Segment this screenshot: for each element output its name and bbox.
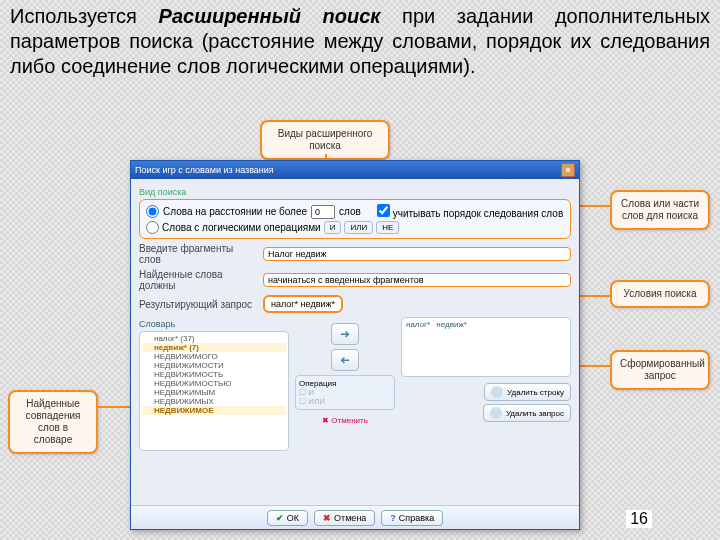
arrow-left-icon: ➜ [340,353,350,367]
op-or-disabled: ☐ ИЛИ [299,397,391,406]
query-tag[interactable]: недвиж* [434,320,469,329]
order-checkbox-wrap: учитывать порядок следования слов [377,204,563,219]
list-item[interactable]: недвиж* (7) [142,343,286,352]
help-label: Справка [399,513,434,523]
fragments-label: Введите фрагменты слов [139,243,257,265]
dialog-footer: ✔ОК ✖Отмена ?Справка [131,505,579,529]
query-tag[interactable]: налог* [404,320,432,329]
dictionary-header: Словарь [139,319,289,329]
list-item[interactable]: налог* (37) [142,334,286,343]
lower-panel: Словарь налог* (37) недвиж* (7) НЕДВИЖИМ… [139,317,571,451]
cancel-label: Отмена [334,513,366,523]
x-icon: ✖ [323,513,331,523]
order-checkbox-label: учитывать порядок следования слов [393,208,564,219]
remove-word-button[interactable]: ➜ [331,349,359,371]
middle-column: ➜ ➜ Операция ☐ И ☐ ИЛИ ✖ Отменить [295,317,395,451]
arrow-right-icon: ➜ [340,327,350,341]
cancel-link[interactable]: ✖ Отменить [322,416,368,425]
radio-logic-label: Слова с логическими операциями [162,222,321,233]
op-and-disabled: ☐ И [299,388,391,397]
radio-logic[interactable] [146,221,159,234]
ok-label: ОК [287,513,299,523]
fragments-input[interactable]: Налог недвиж [263,247,571,261]
callout-search-conditions: Условия поиска [610,280,710,308]
question-icon: ? [390,513,396,523]
diagram-stage: Виды расширенного поиска Найденные совпа… [0,120,720,540]
search-type-group: Слова на расстоянии не более слов учитыв… [139,199,571,239]
delete-row-label: Удалить строку [507,388,564,397]
result-query-value: налог* недвиж* [263,295,343,313]
dialog-title: Поиск игр с словами из названия [135,165,274,175]
close-icon[interactable]: × [561,163,575,177]
radio-distance-label: Слова на расстоянии не более [163,206,307,217]
operation-header: Операция [299,379,391,388]
fragments-row: Введите фрагменты слов Налог недвиж [139,243,571,265]
add-word-button[interactable]: ➜ [331,323,359,345]
dialog-body: Вид поиска Слова на расстоянии не более … [131,179,579,457]
check-icon: ✔ [276,513,284,523]
titlebar: Поиск игр с словами из названия × [131,161,579,179]
list-item[interactable]: НЕДВИЖИМОГО [142,352,286,361]
desc-b: Расширенный поиск [159,5,381,27]
radio-distance[interactable] [146,205,159,218]
logic-option-row: Слова с логическими операциями И ИЛИ НЕ [146,221,564,234]
desc-a: Используется [10,5,137,27]
description-text: Используется Расширенный поиск при задан… [0,0,720,87]
result-query-label: Результирующий запрос [139,299,257,310]
search-type-label: Вид поиска [139,187,571,197]
op-and-button[interactable]: И [324,221,342,234]
delete-buttons: Удалить строку Удалить запрос [401,383,571,422]
list-item[interactable]: НЕДВИЖИМОСТЬЮ [142,379,286,388]
found-words-label: Найденные слова должны [139,269,257,291]
list-item[interactable]: НЕДВИЖИМЫХ [142,397,286,406]
delete-row-button[interactable]: Удалить строку [484,383,571,401]
order-checkbox[interactable] [377,204,390,217]
cancel-button[interactable]: ✖Отмена [314,510,375,526]
found-words-row: Найденные слова должны начинаться с введ… [139,269,571,291]
callout-search-words: Слова или части слов для поиска [610,190,710,230]
op-or-button[interactable]: ИЛИ [344,221,373,234]
trash-icon [491,386,503,398]
dictionary-column: Словарь налог* (37) недвиж* (7) НЕДВИЖИМ… [139,317,289,451]
trash-icon [490,407,502,419]
delete-query-label: Удалить запрос [506,409,564,418]
delete-query-button[interactable]: Удалить запрос [483,404,571,422]
distance-input[interactable] [311,205,335,219]
help-button[interactable]: ?Справка [381,510,443,526]
list-item[interactable]: НЕДВИЖИМЫМ [142,388,286,397]
result-query-row: Результирующий запрос налог* недвиж* [139,295,571,313]
found-words-select[interactable]: начинаться с введенных фрагментов [263,273,571,287]
distance-option-row: Слова на расстоянии не более слов учитыв… [146,204,564,219]
search-dialog: Поиск игр с словами из названия × Вид по… [130,160,580,530]
ok-button[interactable]: ✔ОК [267,510,308,526]
dictionary-list[interactable]: налог* (37) недвиж* (7) НЕДВИЖИМОГО НЕДВ… [139,331,289,451]
operation-box: Операция ☐ И ☐ ИЛИ [295,375,395,410]
query-column: налог* недвиж* Удалить строку Удалить за… [401,317,571,451]
page-number: 16 [626,510,652,528]
list-item[interactable]: НЕДВИЖИМОСТЬ [142,370,286,379]
distance-unit: слов [339,206,361,217]
op-not-button[interactable]: НЕ [376,221,399,234]
query-terms-box: налог* недвиж* [401,317,571,377]
list-item[interactable]: НЕДВИЖИМОЕ [142,406,286,415]
callout-dictionary-matches: Найденные совпадения слов в словаре [8,390,98,454]
list-item[interactable]: НЕДВИЖИМОСТИ [142,361,286,370]
callout-formed-query: Сформированный запрос [610,350,710,390]
